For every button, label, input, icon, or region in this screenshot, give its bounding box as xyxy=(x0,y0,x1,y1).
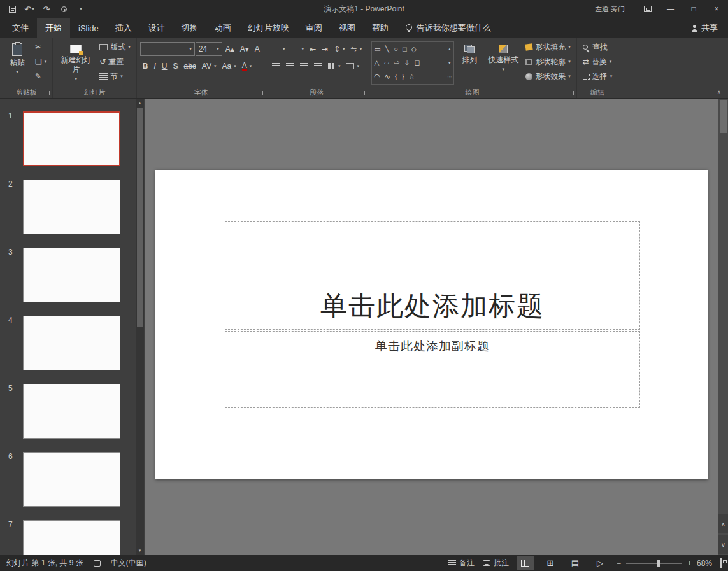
reading-view-button[interactable]: ▤ xyxy=(567,556,583,570)
slide-thumbnail-2[interactable] xyxy=(23,180,120,234)
cut-button[interactable]: ✂ xyxy=(32,40,49,54)
clear-formatting-button[interactable]: A xyxy=(252,42,262,56)
shapes-scroll-up-button[interactable]: ▴ xyxy=(445,42,453,56)
layout-button[interactable]: 版式▾ xyxy=(97,40,133,54)
tab-slideshow[interactable]: 幻灯片放映 xyxy=(239,18,297,38)
collapse-ribbon-button[interactable]: ∧ xyxy=(713,88,725,97)
slide-sorter-view-button[interactable]: ⊞ xyxy=(542,556,559,570)
accessibility-checker-button[interactable] xyxy=(94,560,101,567)
next-slide-button[interactable]: ∨ xyxy=(718,535,728,554)
bullets-button[interactable]: ▾ xyxy=(269,42,288,56)
shape-arrow-down-icon[interactable]: ⇩ xyxy=(404,59,410,66)
tab-design[interactable]: 设计 xyxy=(140,18,173,38)
find-button[interactable]: 查找 xyxy=(580,40,615,54)
notes-button[interactable]: 备注 xyxy=(448,558,475,568)
slide-number-indicator[interactable]: 幻灯片 第 1 张, 共 9 张 xyxy=(6,558,83,568)
convert-smartart-button[interactable]: ▾ xyxy=(343,59,362,73)
subtitle-placeholder[interactable]: 单击此处添加副标题 xyxy=(225,331,640,408)
shape-brace-left-icon[interactable]: { xyxy=(395,73,397,80)
slide-thumbnail-7[interactable] xyxy=(23,520,120,555)
zoom-slider-thumb[interactable] xyxy=(657,560,660,567)
normal-view-button[interactable] xyxy=(517,556,534,570)
italic-button[interactable]: I xyxy=(151,59,158,73)
font-color-button[interactable]: A▾ xyxy=(239,59,255,73)
slide-thumbnail-5[interactable] xyxy=(23,384,120,439)
font-size-select[interactable]: 24 ▾ xyxy=(196,42,222,56)
shape-outline-button[interactable]: 形状轮廓▾ xyxy=(523,55,573,69)
quick-styles-button[interactable]: 快速样式 ▾ xyxy=(485,40,522,86)
font-dialog-launcher[interactable] xyxy=(259,91,263,95)
zoom-out-button[interactable]: − xyxy=(617,559,621,568)
canvas-scrollbar-thumb[interactable] xyxy=(720,100,727,133)
arrange-button[interactable]: 排列 xyxy=(455,40,483,86)
select-button[interactable]: 选择▾ xyxy=(580,69,615,83)
share-button[interactable]: 共享 xyxy=(692,18,718,38)
increase-indent-button[interactable]: ⇥ xyxy=(319,42,331,56)
redo-button[interactable]: ↷ xyxy=(38,1,55,17)
shape-line-icon[interactable]: ╲ xyxy=(385,46,390,53)
comments-button[interactable]: 批注 xyxy=(483,558,509,568)
shape-effects-button[interactable]: 形状效果▾ xyxy=(523,69,573,83)
tab-animations[interactable]: 动画 xyxy=(206,18,239,38)
language-indicator[interactable]: 中文(中国) xyxy=(111,558,146,568)
tell-me-box[interactable]: 告诉我你想要做什么 xyxy=(406,18,491,38)
shape-diamond-icon[interactable]: ◇ xyxy=(411,46,417,53)
tab-insert[interactable]: 插入 xyxy=(107,18,140,38)
undo-button[interactable]: ↶▾ xyxy=(21,1,38,17)
zoom-in-button[interactable]: + xyxy=(687,559,692,568)
thumbnail-scrollbar[interactable]: ▴ ▾ xyxy=(136,99,144,555)
canvas-scrollbar[interactable]: ∧ ∨ xyxy=(718,99,728,555)
reset-button[interactable]: ↺重置 xyxy=(97,55,133,69)
tab-home[interactable]: 开始 xyxy=(37,18,70,38)
align-right-button[interactable] xyxy=(297,59,311,73)
zoom-level[interactable]: 68% xyxy=(697,559,712,568)
shape-ellipse-icon[interactable]: ○ xyxy=(394,46,398,53)
shapes-more-button[interactable]: ⋯ xyxy=(445,70,453,84)
decrease-indent-button[interactable]: ⇤ xyxy=(307,42,318,56)
shape-arc-icon[interactable]: ◠ xyxy=(374,73,380,80)
decrease-font-size-button[interactable]: A▾ xyxy=(238,42,252,56)
save-button[interactable] xyxy=(4,1,20,17)
shape-brace-right-icon[interactable]: } xyxy=(402,73,404,80)
title-placeholder[interactable]: 单击此处添加标题 xyxy=(225,221,640,330)
maximize-button[interactable]: □ xyxy=(682,0,705,18)
clipboard-dialog-launcher[interactable] xyxy=(45,91,50,95)
format-painter-button[interactable]: ✎ xyxy=(32,69,49,83)
shape-rectangle-icon[interactable]: ▭ xyxy=(374,46,380,53)
tab-review[interactable]: 审阅 xyxy=(297,18,331,38)
shape-fill-button[interactable]: 形状填充▾ xyxy=(523,40,573,54)
numbering-button[interactable]: ▾ xyxy=(288,42,306,56)
replace-button[interactable]: ⇄替换▾ xyxy=(580,55,615,69)
shape-box-icon[interactable]: ◻ xyxy=(415,59,420,66)
increase-font-size-button[interactable]: A▴ xyxy=(223,42,237,56)
tab-help[interactable]: 帮助 xyxy=(364,18,397,38)
tab-file[interactable]: 文件 xyxy=(4,18,37,38)
close-button[interactable]: × xyxy=(705,0,728,18)
thumbnail-scrollbar-thumb[interactable] xyxy=(137,108,143,327)
columns-button[interactable]: ▾ xyxy=(325,59,343,73)
text-shadow-button[interactable]: S xyxy=(170,59,180,73)
slideshow-view-button[interactable]: ▷ xyxy=(592,556,608,570)
shape-parallelogram-icon[interactable]: ▱ xyxy=(384,59,389,66)
shape-curve-icon[interactable]: ∿ xyxy=(385,73,390,80)
justify-button[interactable] xyxy=(311,59,325,73)
tab-view[interactable]: 视图 xyxy=(331,18,364,38)
shapes-scroll-down-button[interactable]: ▾ xyxy=(445,56,453,70)
ribbon-display-options-button[interactable] xyxy=(636,0,659,18)
shape-arrow-right-icon[interactable]: ⇨ xyxy=(394,59,399,66)
user-name[interactable]: 左道 旁门 xyxy=(595,4,625,14)
slide-thumbnail-4[interactable] xyxy=(23,316,120,370)
shape-square-icon[interactable]: □ xyxy=(403,46,407,53)
section-button[interactable]: 节▾ xyxy=(97,69,133,83)
strikethrough-button[interactable]: abc xyxy=(182,59,199,73)
slide-thumbnail-3[interactable] xyxy=(23,248,120,302)
previous-slide-button[interactable]: ∧ xyxy=(718,514,728,533)
character-spacing-button[interactable]: AV▾ xyxy=(199,59,219,73)
new-slide-button[interactable]: 新建幻灯片 ▾ xyxy=(56,40,96,86)
tab-islide[interactable]: iSlide xyxy=(70,18,107,38)
slide-thumbnail-1[interactable] xyxy=(23,111,120,166)
paste-button[interactable]: 粘贴 ▾ xyxy=(3,40,31,86)
slide-thumbnail-6[interactable] xyxy=(23,452,120,507)
minimize-button[interactable]: — xyxy=(659,0,682,18)
customize-qat-button[interactable]: ▾ xyxy=(73,1,89,17)
